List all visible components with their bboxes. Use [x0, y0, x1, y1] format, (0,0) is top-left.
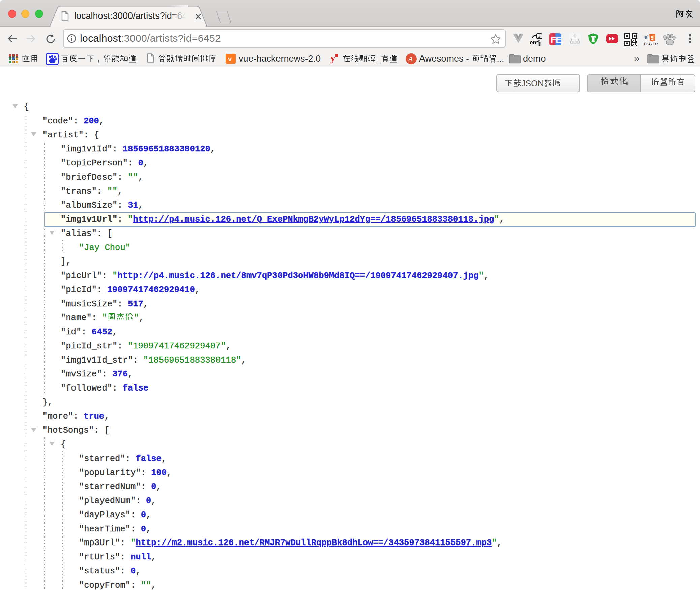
svg-text:5: 5 — [651, 35, 653, 41]
svg-text:PLAYER: PLAYER — [644, 42, 658, 46]
svg-text:v: v — [228, 55, 232, 63]
svg-text:E: E — [556, 35, 561, 45]
svg-text:F: F — [551, 35, 556, 45]
svg-text:en: en — [530, 39, 536, 46]
svg-text:A: A — [408, 55, 413, 63]
svg-text:y: y — [330, 53, 336, 63]
